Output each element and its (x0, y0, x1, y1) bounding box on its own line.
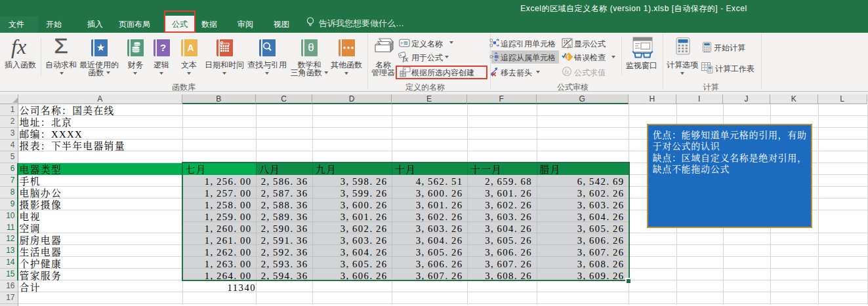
svg-text:fx: fx (568, 43, 571, 48)
svg-text:fx: fx (565, 69, 570, 75)
svg-text:fx: fx (403, 54, 409, 63)
svg-text:!: ! (567, 53, 569, 60)
